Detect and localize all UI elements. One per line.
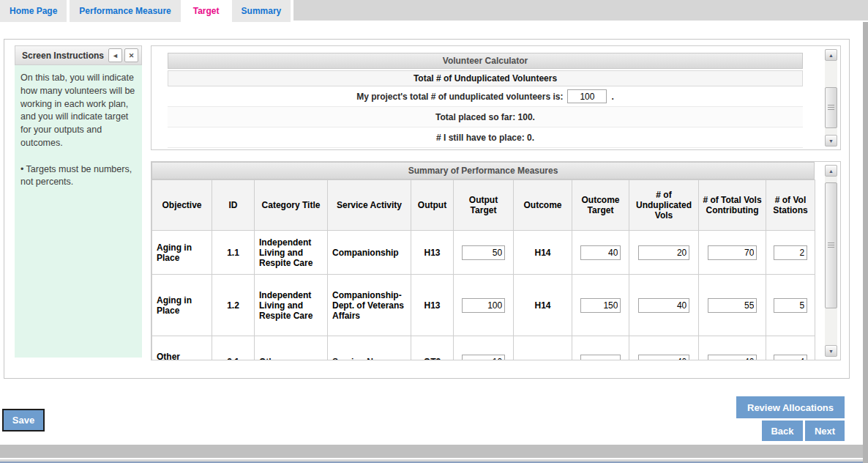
col-output: Output bbox=[411, 180, 454, 231]
back-button[interactable]: Back bbox=[762, 421, 803, 441]
scroll-down-icon[interactable]: ▼ bbox=[825, 345, 837, 357]
id-cell: 1.2 bbox=[212, 275, 255, 336]
col-output-target: Output Target bbox=[454, 180, 514, 231]
col-vol-stations: # of Vol Stations bbox=[766, 180, 815, 231]
total-vols-contributing-input[interactable] bbox=[708, 355, 757, 361]
outcome-target-input[interactable] bbox=[580, 355, 621, 361]
scroll-up-icon[interactable]: ▲ bbox=[825, 49, 837, 61]
still-to-place-row: # I still have to place: 0. bbox=[168, 127, 803, 148]
col-outcome-target: Outcome Target bbox=[572, 180, 629, 231]
summary-title-band: Summary of Performance Measures bbox=[151, 162, 815, 179]
objective-cell: Aging in Place bbox=[152, 275, 212, 336]
tab-performance-measure[interactable]: Performance Measure bbox=[70, 0, 180, 22]
status-bar bbox=[0, 445, 868, 458]
col-category-title: Category Title bbox=[255, 180, 328, 231]
performance-measures-section: Summary of Performance Measures Objectiv… bbox=[151, 161, 841, 360]
col-service-activity: Service Activity bbox=[328, 180, 411, 231]
col-unduplicated-vols: # of Unduplicated Vols bbox=[629, 180, 699, 231]
screen-instructions-body: On this tab, you will indicate how many … bbox=[15, 65, 142, 358]
volunteer-calculator-section: Volunteer Calculator Total # of Unduplic… bbox=[151, 45, 841, 150]
unduplicated-vols-input[interactable] bbox=[638, 298, 690, 313]
table-row: Aging in Place 1.1 Independent Living an… bbox=[152, 231, 815, 275]
vol-stations-input[interactable] bbox=[774, 298, 807, 313]
instructions-text: On this tab, you will indicate how many … bbox=[20, 72, 136, 150]
unduplicated-vols-input[interactable] bbox=[638, 245, 690, 260]
category-title-cell: Independent Living and Respite Care bbox=[255, 275, 328, 336]
tab-home-page[interactable]: Home Page bbox=[0, 0, 67, 22]
output-cell: H13 bbox=[411, 231, 454, 275]
close-icon[interactable]: ✕ bbox=[124, 48, 138, 62]
total-placed-row: Total placed so far: 100. bbox=[168, 107, 803, 127]
summary-scroll-track[interactable] bbox=[825, 177, 837, 345]
outcome-cell: H14 bbox=[514, 275, 572, 336]
total-vols-contributing-input[interactable] bbox=[708, 245, 757, 260]
performance-measures-table: Objective ID Category Title Service Acti… bbox=[151, 179, 815, 360]
category-title-cell: Independent Living and Respite Care bbox=[255, 231, 328, 275]
col-objective: Objective bbox=[152, 180, 212, 231]
scroll-grip-icon bbox=[828, 242, 834, 248]
calculator-scroll-track[interactable] bbox=[825, 61, 837, 135]
screen-instructions-header: Screen Instructions ◄ ✕ bbox=[15, 45, 142, 65]
objective-cell: Other Healthy bbox=[152, 336, 212, 361]
scroll-down-icon[interactable]: ▼ bbox=[825, 135, 837, 147]
save-button[interactable]: Save bbox=[2, 409, 45, 431]
outcome-target-input[interactable] bbox=[580, 245, 621, 260]
calculator-subtitle: Total # of Unduplicated Volunteers bbox=[168, 70, 803, 86]
review-allocations-button[interactable]: Review Allocations bbox=[736, 396, 845, 418]
total-vols-contributing-input[interactable] bbox=[708, 298, 757, 313]
vol-stations-input[interactable] bbox=[774, 245, 807, 260]
calculator-input-label: My project's total # of unduplicated vol… bbox=[356, 92, 563, 102]
tab-bar: Home Page Performance Measure Target Sum… bbox=[0, 0, 868, 22]
volunteer-calculator-table: Volunteer Calculator Total # of Unduplic… bbox=[168, 53, 803, 148]
table-header-row: Objective ID Category Title Service Acti… bbox=[152, 180, 815, 231]
unduplicated-volunteers-input[interactable] bbox=[567, 89, 607, 103]
service-activity-cell: Serving Non- bbox=[328, 336, 411, 361]
scroll-up-icon[interactable]: ▲ bbox=[825, 165, 837, 177]
output-target-input[interactable] bbox=[462, 245, 505, 260]
tab-target[interactable]: Target bbox=[184, 0, 229, 22]
table-row: Aging in Place 1.2 Independent Living an… bbox=[152, 275, 815, 336]
tab-bar-filler bbox=[293, 0, 868, 21]
col-outcome: Outcome bbox=[514, 180, 572, 231]
output-target-input[interactable] bbox=[462, 355, 505, 361]
calculator-scroll-thumb[interactable] bbox=[825, 87, 837, 128]
egrants-target-page: Home Page Performance Measure Target Sum… bbox=[0, 0, 868, 463]
collapse-arrow-icon[interactable]: ◄ bbox=[108, 48, 122, 62]
screen-instructions-title: Screen Instructions bbox=[22, 51, 106, 61]
objective-cell: Aging in Place bbox=[152, 231, 212, 275]
table-row: Other Healthy 2.1 Other Serving Non- OT2 bbox=[152, 336, 815, 361]
calculator-input-suffix: . bbox=[611, 92, 613, 102]
col-total-vols-contributing: # of Total Vols Contributing bbox=[699, 180, 766, 231]
service-activity-cell: Companionship-Dept. of Veterans Affairs bbox=[328, 275, 411, 336]
scroll-grip-icon bbox=[828, 105, 834, 111]
tab-summary[interactable]: Summary bbox=[232, 0, 291, 22]
calculator-title-band: Volunteer Calculator bbox=[168, 53, 803, 69]
outcome-cell: H14 bbox=[514, 231, 572, 275]
id-cell: 2.1 bbox=[212, 336, 255, 361]
outcome-target-input[interactable] bbox=[580, 298, 621, 313]
next-button[interactable]: Next bbox=[805, 421, 845, 441]
right-edge-strip bbox=[863, 22, 868, 463]
calculator-scrollbar[interactable]: ▲ ▼ bbox=[825, 49, 837, 147]
outcome-cell bbox=[514, 336, 572, 361]
summary-scroll-thumb[interactable] bbox=[825, 182, 837, 308]
service-activity-cell: Companionship bbox=[328, 231, 411, 275]
category-title-cell: Other bbox=[255, 336, 328, 361]
bottom-edge-strip bbox=[0, 459, 868, 463]
output-target-input[interactable] bbox=[462, 298, 505, 313]
id-cell: 1.1 bbox=[212, 231, 255, 275]
col-id: ID bbox=[212, 180, 255, 231]
summary-scrollbar[interactable]: ▲ ▼ bbox=[825, 165, 837, 357]
vol-stations-input[interactable] bbox=[774, 355, 807, 361]
output-cell: OT2 bbox=[411, 336, 454, 361]
output-cell: H13 bbox=[411, 275, 454, 336]
instructions-note: • Targets must be numbers, not percents. bbox=[20, 163, 136, 190]
calculator-input-row: My project's total # of unduplicated vol… bbox=[168, 86, 803, 107]
unduplicated-vols-input[interactable] bbox=[638, 355, 690, 361]
